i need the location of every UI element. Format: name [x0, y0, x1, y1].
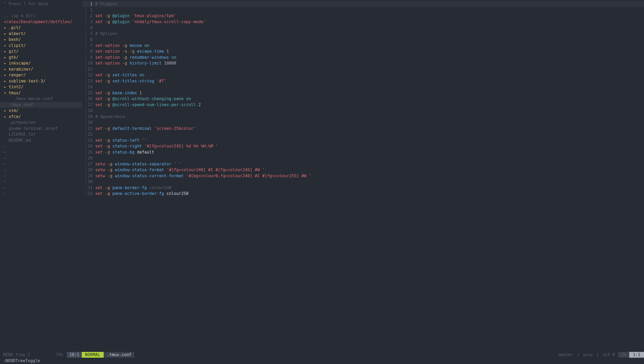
line-number: | 8 — [82, 48, 93, 55]
code-line[interactable]: # Options — [94, 31, 644, 37]
code-line[interactable]: set -g base-index 1 — [94, 90, 644, 96]
code-line[interactable]: set -g status-left '' — [94, 137, 644, 144]
nerdtree-scroll-percent: 75% — [52, 352, 67, 358]
tree-dir[interactable]: ▸sublime-text-3/ — [4, 78, 82, 84]
code-line[interactable]: setw -g window-status-format '#[fg=colou… — [94, 167, 644, 173]
tree-entry-name: ranger/ — [9, 72, 26, 78]
code-token: ' ' — [174, 162, 181, 166]
line-number-value: 13 — [87, 79, 93, 83]
code-line[interactable]: set-option -s -g escape-time 1 — [94, 48, 644, 55]
code-line[interactable]: set -g pane-border-fg colour240 — [94, 185, 644, 191]
code-token: 2 — [198, 102, 201, 107]
code-line[interactable] — [94, 179, 644, 185]
line-number: |23 — [82, 137, 93, 144]
code-line[interactable]: set -g @plugin 'nhdaly/tmux-scroll-copy-… — [94, 19, 644, 25]
code-line[interactable] — [94, 120, 644, 126]
code-line[interactable]: setw -g window-status-separator ' ' — [94, 161, 644, 167]
code-token: '#T' — [157, 79, 166, 83]
code-line[interactable]: set -g @scroll-without-changing-pane on — [94, 96, 644, 102]
code-line[interactable]: set -g default-terminal 'screen-256color… — [94, 126, 644, 132]
chevron-right-icon: ▸ — [4, 31, 7, 37]
tree-file[interactable]: .tmux.conf — [0, 102, 82, 108]
gutter-bar-icon: | — [85, 73, 87, 77]
code-line[interactable]: set -g pane-active-border-fg colour250 — [94, 191, 644, 197]
tree-dir[interactable]: ▸vim/ — [4, 108, 82, 114]
nerdtree-pane[interactable]: " Press ? for help .. (up a dir) </alex/… — [0, 0, 82, 352]
chevron-right-icon: ▸ — [4, 37, 7, 43]
code-token: on — [186, 96, 191, 101]
code-token: -g — [122, 61, 130, 66]
code-line[interactable]: set -g @plugin 'tmux-plugins/tpm' — [94, 13, 644, 19]
nerdtree-buffer-name: NERD_tree_2 — [0, 352, 33, 358]
tree-file[interactable]: .gitmodules — [4, 120, 82, 126]
code-line[interactable]: set-option -g history-limit 10000 — [94, 60, 644, 66]
chevron-right-icon: ▸ — [4, 108, 7, 114]
line-number: |14 — [82, 84, 93, 90]
tree-dir[interactable]: ▸inkscape/ — [4, 60, 82, 66]
nerdtree-up-dir[interactable]: .. (up a dir) — [4, 13, 82, 19]
line-number-value: 1 — [87, 2, 93, 6]
code-area[interactable]: # Pluginsset -g @plugin 'tmux-plugins/tp… — [94, 1, 644, 352]
gutter-bar-icon: | — [85, 150, 87, 155]
tree-entry-name: vim/ — [9, 108, 18, 114]
tree-dir[interactable]: ▸clipit/ — [4, 43, 82, 49]
tree-dir[interactable]: ▸xfce/ — [4, 114, 82, 120]
code-line[interactable]: set -g @scroll-speed-num-lines-per-scrol… — [94, 102, 644, 108]
code-line[interactable]: # Appearance — [94, 114, 644, 120]
line-number-value: 23 — [87, 138, 93, 143]
code-line[interactable] — [94, 84, 644, 90]
tree-dir[interactable]: ▸albert/ — [4, 31, 82, 37]
code-token: colour240 — [149, 185, 171, 190]
code-token: @scroll-without-changing-pane — [112, 96, 186, 101]
gutter-bar-icon: | — [85, 144, 87, 149]
code-line[interactable]: set -g status-right '#[fg=colour245] %d … — [94, 143, 644, 149]
editor-scroll-percent: 2% — [618, 352, 629, 358]
tree-dir[interactable]: ▸bash/ — [4, 37, 82, 43]
tree-dir[interactable]: ▸tint2/ — [4, 84, 82, 90]
code-line[interactable] — [94, 37, 644, 43]
tree-dir[interactable]: ▸git/ — [4, 48, 82, 55]
tree-dir[interactable]: ▸ranger/ — [4, 72, 82, 78]
code-line[interactable]: setw -g window-status-current-format '#[… — [94, 173, 644, 179]
buffer-filename: .tmux.conf — [104, 352, 134, 358]
code-line[interactable] — [94, 108, 644, 114]
nerdtree-root-path[interactable]: </alex/Development/dotfiles/ — [4, 19, 82, 25]
tree-file[interactable]: LICENSE.txt — [4, 131, 82, 137]
gutter-bar-icon: | — [85, 191, 87, 196]
code-line[interactable] — [94, 7, 644, 13]
code-line[interactable]: set -g status-bg default — [94, 149, 644, 155]
tree-dir[interactable]: ▾tmux/ — [4, 90, 82, 96]
nerdtree-status: NERD_tree_2 75% 18:1 — [0, 352, 82, 358]
code-line[interactable] — [94, 131, 644, 137]
nerdtree-empty-lines: ~~~~~~~~~ — [4, 143, 82, 352]
gutter-bar-icon: | — [85, 102, 87, 107]
line-number: | 5 — [82, 31, 93, 37]
tree-dir[interactable]: ▸karabiner/ — [4, 66, 82, 72]
code-line[interactable] — [94, 155, 644, 161]
tree-entry-name: karabiner/ — [9, 66, 33, 72]
code-line[interactable]: set -g set-titles-string '#T' — [94, 78, 644, 84]
code-line[interactable]: set-option -g renumber-windows on — [94, 55, 644, 61]
code-token: -g — [105, 144, 112, 149]
tree-dir[interactable]: ▸gtk/ — [4, 55, 82, 61]
tree-file[interactable]: gnome-terminal.dconf — [4, 126, 82, 132]
code-line[interactable] — [94, 25, 644, 31]
tree-entry-name: inkscape/ — [9, 60, 31, 66]
code-token: -g — [108, 174, 115, 178]
code-line[interactable]: set -g set-titles on — [94, 72, 644, 78]
tree-dir[interactable]: ▸.git/ — [4, 25, 82, 31]
code-token: -g — [105, 73, 112, 77]
code-line[interactable]: set-option -g mouse on — [94, 43, 644, 49]
line-number-value: 18 — [87, 108, 93, 113]
tree-entry-name: xfce/ — [9, 114, 21, 120]
line-number: |17 — [82, 102, 93, 108]
line-number: | 1 — [82, 7, 93, 13]
code-line[interactable]: # Plugins — [94, 1, 644, 7]
tree-file[interactable]: .tmux-macos.conf — [4, 96, 82, 102]
tree-file[interactable]: README.md — [4, 137, 82, 144]
nerdtree-cursor-pos: 18:1 — [67, 352, 82, 358]
code-line[interactable] — [94, 66, 644, 72]
line-number-value: 17 — [87, 102, 93, 107]
vim-command-line[interactable]: :NERDTreeToggle — [0, 358, 644, 364]
editor-pane[interactable]: | 1| 1| 2| 3| 4| 5| 6| 7| 8| 9|10|11|12|… — [82, 0, 644, 352]
